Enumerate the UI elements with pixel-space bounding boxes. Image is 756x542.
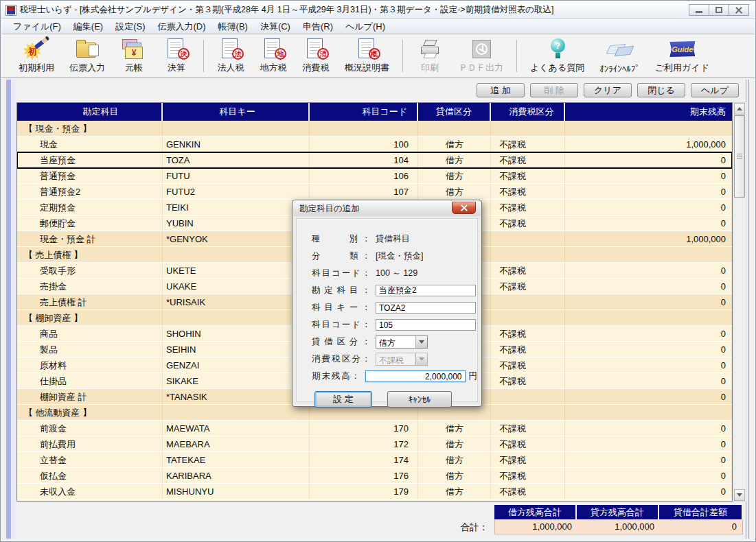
table-cell: MISHUNYU (163, 484, 310, 499)
table-row[interactable]: 立替金TATEKAE174借方不課税0 (17, 452, 732, 468)
toolbar-button-local-tax[interactable]: 地地方税 (252, 36, 295, 78)
table-cell: 0 (565, 215, 732, 231)
vertical-scrollbar[interactable] (733, 102, 746, 502)
debit-credit-select[interactable]: 借方 (376, 335, 428, 349)
table-row[interactable]: 【 現金・預金 】 (17, 121, 732, 137)
toolbar-button-usage-guide[interactable]: Guideご利用ガイド (648, 36, 717, 78)
toolbar-button-initial-use[interactable]: 初初期利用 (11, 36, 62, 78)
closing-balance-field[interactable] (365, 370, 466, 382)
table-cell: 0 (565, 484, 732, 499)
menu-item[interactable]: ヘルプ(H) (339, 19, 391, 34)
toolbar-button-corporate-tax[interactable]: 法法人税 (209, 36, 252, 78)
set-button[interactable]: 設 定 (314, 391, 372, 408)
menu-item[interactable]: 伝票入力(D) (152, 19, 212, 34)
close-icon (735, 6, 743, 14)
field-label: 分 類： (312, 250, 371, 262)
combo-value: 不課税 (376, 353, 415, 365)
toolbar-button-pdf-output[interactable]: ＰＤＦ出力 (451, 36, 511, 78)
table-cell: FUTU2 (163, 184, 310, 200)
table-cell: 0 (565, 263, 732, 279)
table-row[interactable]: 普通預金2FUTU2107借方不課税0 (17, 184, 732, 200)
help-button[interactable]: ヘルプ (691, 83, 739, 97)
table-cell: 郵便貯金 (17, 215, 163, 231)
title-bar: 税理士いらず - [株式会社サンプルデザイン・第３期(平成28年 4月 1日～平… (1, 1, 755, 19)
table-row[interactable]: 普通預金FUTU106借方不課税0 (17, 168, 732, 184)
table-cell: 104 (310, 152, 418, 168)
account-code-field[interactable] (376, 319, 476, 331)
table-row[interactable]: 現金GENKIN100借方不課税1,000,000 (17, 137, 732, 152)
table-row[interactable]: 未収入金MISHUNYU179借方不課税0 (17, 484, 732, 499)
table-cell (491, 247, 565, 263)
table-cell: 0 (565, 389, 732, 405)
scroll-down-button[interactable] (734, 489, 745, 501)
table-row[interactable]: 当座預金TOZA104借方不課税0 (17, 152, 732, 168)
menu-item[interactable]: 編集(E) (67, 19, 109, 34)
table-cell: 179 (310, 484, 418, 499)
table-cell: 借方 (418, 152, 491, 168)
field-label: 消費税区分： (312, 353, 371, 365)
table-cell (491, 294, 565, 310)
table-cell: 176 (310, 468, 418, 484)
toolbar-button-consumption-tax[interactable]: 消消費税 (295, 36, 337, 78)
guide-icon: Guide (668, 38, 696, 60)
toolbar-button-settlement[interactable]: 決決算 (155, 36, 198, 78)
bulb-icon: ? (544, 38, 571, 60)
field-label: 種 別： (312, 233, 371, 245)
table-cell (163, 405, 310, 421)
table-cell: 現金 (17, 137, 163, 152)
table-cell (565, 405, 732, 421)
scrollbar-thumb[interactable] (734, 115, 745, 198)
scroll-up-button[interactable] (734, 103, 745, 115)
toolbar-button-ledger[interactable]: ¥元帳 (113, 36, 155, 78)
dialog-buttons: 設 定ｷｬﾝｾﾙ (312, 391, 477, 408)
column-header: 勘定科目 (17, 103, 163, 121)
table-row[interactable]: 前払費用MAEBARA172借方不課税0 (17, 436, 732, 452)
toolbar-button-online-help[interactable]: ｵﾝﾗｲﾝﾍﾙﾌﾟ (592, 36, 648, 78)
chevron-down-icon[interactable] (415, 336, 427, 348)
dialog-close-button[interactable] (452, 202, 476, 214)
table-row[interactable]: 前渡金MAEWATA170借方不課税0 (17, 421, 732, 436)
table-cell: SIKAKE (163, 373, 310, 389)
table-cell: 0 (565, 326, 732, 342)
table-cell: TOZA (163, 152, 310, 168)
menu-item[interactable]: 決算(C) (254, 19, 297, 34)
menu-item[interactable]: 帳簿(B) (212, 19, 254, 34)
add-button[interactable]: 追 加 (477, 83, 525, 97)
toolbar-separator (203, 40, 204, 72)
table-cell: 棚卸資産 計 (17, 389, 163, 405)
totals-label: 合計： (433, 521, 488, 534)
summary-value-cell: 1,000,000 (495, 519, 577, 534)
minimize-button[interactable] (689, 4, 709, 16)
table-cell: 仮払金 (17, 468, 163, 484)
table-cell: 172 (310, 436, 418, 452)
menu-item[interactable]: ファイル(F) (7, 19, 67, 34)
toolbar-button-voucher-entry[interactable]: 伝票入力 (62, 36, 113, 78)
restore-button[interactable] (709, 4, 729, 16)
restore-icon (715, 7, 722, 13)
table-cell: 0 (565, 200, 732, 215)
doc-stamp-icon: 法 (217, 38, 244, 60)
table-row[interactable]: 仮払金KARIBARA176借方不課税0 (17, 468, 732, 484)
table-cell: 0 (565, 468, 732, 484)
table-cell: 受取手形 (17, 263, 163, 279)
account-name-field[interactable] (376, 285, 476, 296)
table-cell: 定期預金 (17, 200, 163, 215)
close-button[interactable]: 閉じる (637, 83, 685, 97)
table-cell (491, 389, 565, 405)
toolbar-button-overview-statement[interactable]: 概概況説明書 (337, 36, 397, 78)
account-key-field[interactable] (376, 302, 476, 314)
delete-button[interactable]: 削 除 (530, 83, 578, 97)
mdi-frame-stripe-light (11, 80, 16, 539)
table-cell: *URISAIK (163, 294, 310, 310)
cancel-button[interactable]: ｷｬﾝｾﾙ (387, 391, 452, 408)
menu-item[interactable]: 申告(R) (297, 19, 339, 34)
table-cell: 借方 (418, 468, 491, 484)
table-cell: 不課税 (491, 215, 565, 231)
toolbar-button-label: ご利用ガイド (655, 62, 709, 74)
close-button[interactable] (729, 4, 749, 16)
toolbar-button-print[interactable]: 印刷 (409, 36, 451, 78)
menu-item[interactable]: 設定(S) (109, 19, 151, 34)
table-cell: 不課税 (491, 421, 565, 436)
toolbar-button-faq[interactable]: ?よくある質問 (523, 36, 592, 78)
clear-button[interactable]: クリア (584, 83, 632, 97)
